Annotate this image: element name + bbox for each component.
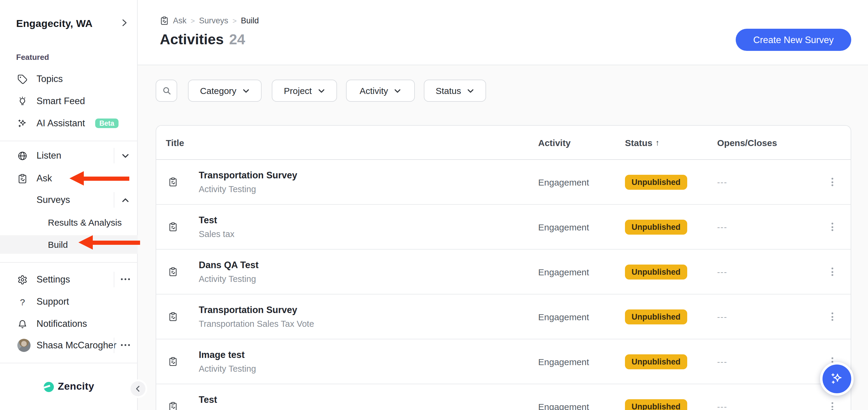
survey-title[interactable]: Test [199, 215, 235, 226]
beta-badge: Beta [95, 119, 119, 128]
page-count: 24 [229, 31, 245, 48]
table-row[interactable]: Test Sales tax Engagement Unpublished --… [156, 205, 850, 250]
sidebar-item-label: Listen [36, 150, 61, 161]
row-title-cell: Image test Activity Testing [156, 350, 538, 373]
filter-status-dropdown[interactable]: Status [424, 80, 486, 102]
survey-title[interactable]: Image test [199, 350, 256, 360]
sidebar-item-label: Ask [36, 173, 52, 184]
chevron-down-icon [394, 87, 401, 94]
sidebar-item-label: AI Assistant [36, 118, 85, 129]
table-row[interactable]: Image test Activity Testing Engagement U… [156, 339, 850, 384]
sidebar-item-smart-feed[interactable]: Smart Feed [0, 90, 138, 112]
breadcrumb-separator: > [191, 17, 195, 25]
filter-category-dropdown[interactable]: Category [188, 80, 261, 102]
sidebar-item-settings[interactable]: Settings [0, 269, 138, 290]
sidebar-collapse-button[interactable] [130, 381, 146, 396]
table-row[interactable]: Transportation Survey Transportation Sal… [156, 294, 850, 339]
column-header-activity[interactable]: Activity [538, 137, 625, 148]
settings-overflow-menu-icon[interactable] [121, 278, 132, 280]
main-area: Ask > Surveys > Build Activities 24 Crea… [138, 0, 868, 410]
create-new-survey-button[interactable]: Create New Survey [736, 29, 851, 51]
sort-ascending-icon[interactable]: ↑ [655, 138, 660, 147]
survey-subtitle: Transportation Sales Tax Vote [199, 319, 314, 328]
search-button[interactable] [156, 80, 177, 102]
breadcrumb-item-surveys[interactable]: Surveys [199, 16, 228, 25]
sidebar-item-surveys[interactable]: Surveys [0, 189, 138, 211]
status-badge: Unpublished [625, 219, 687, 234]
survey-subtitle: Sales tax [199, 229, 235, 239]
clipboard-icon [18, 173, 28, 184]
row-title-cell: Test Activity Testing [156, 395, 538, 410]
chevron-down-icon[interactable] [121, 151, 129, 160]
sidebar-item-notifications[interactable]: Notifications [0, 313, 138, 335]
status-badge: Unpublished [625, 354, 687, 369]
table-row[interactable]: Transportation Survey Activity Testing E… [156, 160, 850, 205]
sidebar-vertical-divider [114, 148, 114, 163]
survey-title[interactable]: Dans QA Test [199, 260, 258, 271]
sidebar-item-build[interactable]: Build [0, 235, 138, 254]
breadcrumb: Ask > Surveys > Build [160, 16, 259, 25]
clipboard-icon [160, 16, 169, 25]
status-badge: Unpublished [625, 175, 687, 189]
opens-closes-value: --- [717, 222, 823, 232]
filter-label: Category [200, 86, 237, 96]
workspace-switcher[interactable]: Engagecity, WA [16, 17, 129, 31]
survey-title[interactable]: Transportation Survey [199, 170, 297, 181]
survey-subtitle: Activity Testing [199, 364, 256, 374]
breadcrumb-separator: > [232, 17, 237, 25]
survey-title[interactable]: Transportation Survey [199, 305, 314, 316]
row-kebab-menu-icon[interactable] [827, 267, 837, 276]
opens-closes-value: --- [717, 177, 823, 187]
chevron-right-icon[interactable] [120, 19, 129, 29]
sidebar-item-support[interactable]: ? Support [0, 291, 138, 312]
chevron-up-icon[interactable] [121, 196, 129, 204]
row-kebab-menu-icon[interactable] [827, 223, 837, 231]
workspace-name: Engagecity, WA [16, 18, 92, 30]
sparkles-icon [18, 118, 28, 128]
sidebar-item-ai-assistant[interactable]: AI Assistant Beta [0, 113, 138, 134]
row-kebab-menu-icon[interactable] [827, 312, 837, 321]
surveys-table: Title Activity Status ↑ Opens/Closes Tra… [156, 125, 851, 410]
activity-value: Engagement [538, 401, 625, 410]
page-title-row: Activities 24 [160, 31, 245, 48]
row-kebab-menu-icon[interactable] [827, 402, 837, 410]
user-avatar[interactable] [18, 339, 31, 352]
opens-closes-value: --- [717, 267, 823, 277]
ai-assistant-fab[interactable] [820, 362, 854, 396]
lightbulb-icon [18, 96, 28, 106]
sidebar-item-results-analysis[interactable]: Results & Analysis [0, 211, 138, 233]
sidebar-vertical-divider [114, 338, 114, 353]
opens-closes-value: --- [717, 402, 823, 410]
activity-value: Engagement [538, 312, 625, 322]
filter-label: Status [435, 86, 461, 96]
clipboard-icon [168, 357, 178, 366]
row-title-cell: Dans QA Test Activity Testing [156, 260, 538, 283]
account-name[interactable]: Shasa McCarogher [36, 335, 117, 356]
filter-activity-dropdown[interactable]: Activity [346, 80, 415, 102]
sidebar-vertical-divider [114, 272, 114, 287]
chevron-down-icon [467, 87, 474, 94]
filter-project-dropdown[interactable]: Project [272, 80, 337, 102]
breadcrumb-item-ask[interactable]: Ask [173, 16, 186, 25]
account-overflow-menu-icon[interactable] [121, 344, 132, 346]
status-badge: Unpublished [625, 309, 687, 324]
status-badge: Unpublished [625, 399, 687, 410]
table-row[interactable]: Dans QA Test Activity Testing Engagement… [156, 250, 850, 294]
sidebar-item-listen[interactable]: Listen [0, 145, 138, 166]
column-header-title[interactable]: Title [156, 137, 538, 148]
activity-value: Engagement [538, 177, 625, 187]
survey-subtitle: Activity Testing [199, 409, 256, 410]
survey-title[interactable]: Test [199, 395, 256, 406]
activity-value: Engagement [538, 222, 625, 232]
row-kebab-menu-icon[interactable] [827, 178, 837, 186]
sidebar-divider [0, 262, 138, 263]
page-title: Activities [160, 31, 224, 48]
table-row[interactable]: Test Activity Testing Engagement Unpubli… [156, 384, 850, 410]
sidebar-item-topics[interactable]: Topics [0, 68, 138, 90]
column-header-status[interactable]: Status ↑ [625, 137, 717, 148]
row-title-cell: Transportation Survey Transportation Sal… [156, 305, 538, 328]
column-header-opens-closes[interactable]: Opens/Closes [717, 137, 823, 148]
activity-value: Engagement [538, 266, 625, 277]
activity-value: Engagement [538, 356, 625, 367]
row-title-cell: Test Sales tax [156, 215, 538, 239]
